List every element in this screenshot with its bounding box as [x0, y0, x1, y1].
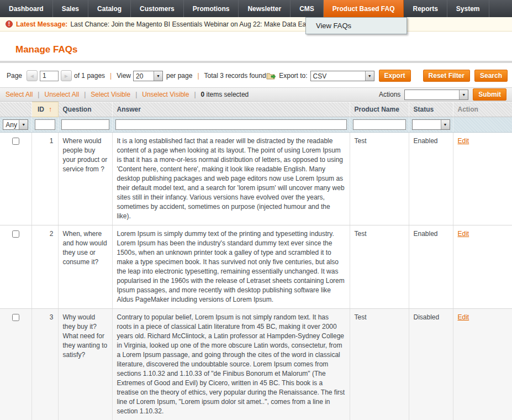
filter-cell-product-name — [350, 117, 409, 133]
product-name-filter-input[interactable] — [353, 119, 406, 130]
cell-status: Enabled — [409, 225, 453, 309]
massaction-separator: | — [38, 91, 39, 98]
nav-item-dashboard[interactable]: Dashboard — [0, 0, 53, 17]
massaction-separator: | — [135, 91, 137, 98]
search-button[interactable]: Search — [474, 70, 508, 82]
notification-bar: ! Latest Message: Last Chance: Join the … — [0, 17, 512, 32]
row-checkbox-cell — [0, 225, 31, 309]
column-header-status[interactable]: Status — [409, 102, 453, 117]
cell-question: When, where and how would they use or co… — [58, 225, 112, 309]
column-header-checkbox — [0, 102, 31, 117]
row-checkbox-cell — [0, 309, 31, 420]
edit-link[interactable]: Edit — [458, 137, 469, 145]
message-label: Latest Message: — [16, 20, 67, 28]
edit-link[interactable]: Edit — [458, 230, 469, 238]
view-label: View — [117, 72, 131, 80]
select-visible-link[interactable]: Select Visible — [91, 91, 130, 98]
nav-item-system[interactable]: System — [447, 0, 489, 17]
cell-question: Where would people buy your product or s… — [58, 133, 112, 225]
sort-asc-icon: ↑ — [49, 106, 52, 113]
prev-page-icon[interactable]: ◄ — [27, 70, 38, 81]
column-header-question[interactable]: Question — [58, 102, 112, 117]
export-icon — [266, 72, 276, 80]
cell-status: Enabled — [409, 133, 453, 225]
main-navigation: Dashboard Sales Catalog Customers Promot… — [0, 0, 512, 17]
grid-header-row: ID↑ Question Answer Product Name Status … — [0, 102, 512, 117]
nav-item-reports[interactable]: Reports — [404, 0, 447, 17]
question-filter-input[interactable] — [61, 119, 109, 130]
nav-item-customers[interactable]: Customers — [131, 0, 184, 17]
export-format-value: CSV — [311, 71, 365, 81]
page-title: Manage FAQs — [15, 44, 512, 55]
column-header-id-label: ID — [38, 106, 44, 113]
cell-product-name: Test — [350, 309, 409, 420]
massaction-separator: | — [84, 91, 86, 98]
massaction-bar: Select All | Unselect All | Select Visib… — [0, 87, 512, 102]
toolbar-separator: | — [110, 72, 112, 80]
menu-item-view-faqs[interactable]: View FAQs — [306, 18, 407, 34]
column-header-id[interactable]: ID↑ — [31, 102, 58, 117]
table-row: 2 When, where and how would they use or … — [0, 225, 512, 309]
page-label: Page — [7, 72, 22, 80]
cell-status: Disabled — [409, 309, 453, 420]
unselect-all-link[interactable]: Unselect All — [44, 91, 79, 98]
chevron-down-icon: ▼ — [441, 120, 450, 129]
message-text: Last Chance: Join the Magento BI Essenti… — [70, 20, 313, 28]
cell-question: Why would they buy it? What need for the… — [58, 309, 112, 420]
nav-item-promotions[interactable]: Promotions — [184, 0, 239, 17]
nav-item-newsletter[interactable]: Newsletter — [239, 0, 291, 17]
per-page-value: 20 — [134, 71, 154, 81]
faq-grid: ID↑ Question Answer Product Name Status … — [0, 102, 512, 420]
actions-select[interactable]: ▼ — [404, 90, 468, 100]
filter-cell-status: ▼ — [409, 117, 453, 133]
any-filter-select[interactable]: Any ▼ — [3, 119, 28, 130]
nav-item-catalog[interactable]: Catalog — [88, 0, 131, 17]
nav-dropdown-menu: View FAQs — [305, 17, 407, 34]
row-checkbox-cell — [0, 133, 31, 225]
row-checkbox[interactable] — [12, 230, 19, 238]
items-selected-count: 0 items selected — [201, 91, 249, 98]
cell-answer: Lorem Ipsum is simply dummy text of the … — [112, 225, 350, 309]
reset-filter-button[interactable]: Reset Filter — [423, 70, 470, 82]
status-filter-select[interactable]: ▼ — [412, 119, 450, 130]
status-filter-value — [413, 120, 441, 129]
of-pages-label: of 1 pages — [74, 72, 105, 80]
nav-item-product-based-faq[interactable]: Product Based FAQ — [324, 0, 404, 17]
actions-select-value — [405, 90, 459, 99]
cell-action: Edit — [453, 309, 512, 420]
table-row: 3 Why would they buy it? What need for t… — [0, 309, 512, 420]
chevron-down-icon: ▼ — [19, 120, 28, 129]
any-filter-value: Any — [3, 120, 19, 129]
edit-link[interactable]: Edit — [458, 313, 469, 321]
column-header-product-name[interactable]: Product Name — [350, 102, 409, 117]
next-page-icon[interactable]: ► — [61, 70, 72, 81]
export-button[interactable]: Export — [379, 70, 411, 82]
grid-toolbar: Page ◄ ► of 1 pages | View 20 ▼ per page… — [0, 63, 512, 87]
export-to-label: Export to: — [279, 72, 307, 80]
row-checkbox[interactable] — [12, 138, 19, 145]
grid-filter-row: Any ▼ ▼ — [0, 117, 512, 133]
page-number-input[interactable] — [40, 71, 59, 81]
filter-cell-id — [31, 117, 58, 133]
cell-answer: It is a long established fact that a rea… — [112, 133, 350, 225]
cell-id: 1 — [31, 133, 58, 225]
export-format-select[interactable]: CSV ▼ — [310, 71, 374, 81]
table-row: 1 Where would people buy your product or… — [0, 133, 512, 225]
actions-label: Actions — [379, 91, 400, 98]
page-header: Manage FAQs — [0, 32, 512, 63]
total-records-label: Total 3 records found — [204, 72, 266, 80]
cell-answer: Contrary to popular belief, Lorem Ipsum … — [112, 309, 350, 420]
column-header-action: Action — [453, 102, 512, 117]
unselect-visible-link[interactable]: Unselect Visible — [142, 91, 189, 98]
per-page-label: per page — [166, 72, 192, 80]
nav-item-cms[interactable]: CMS — [291, 0, 324, 17]
nav-item-sales[interactable]: Sales — [53, 0, 88, 17]
answer-filter-input[interactable] — [115, 119, 347, 130]
submit-button[interactable]: Submit — [473, 88, 506, 101]
per-page-select[interactable]: 20 ▼ — [133, 71, 163, 81]
column-header-answer[interactable]: Answer — [112, 102, 350, 117]
chevron-down-icon: ▼ — [365, 71, 374, 81]
select-all-link[interactable]: Select All — [6, 91, 33, 98]
row-checkbox[interactable] — [12, 314, 19, 321]
id-filter-input[interactable] — [35, 119, 55, 130]
